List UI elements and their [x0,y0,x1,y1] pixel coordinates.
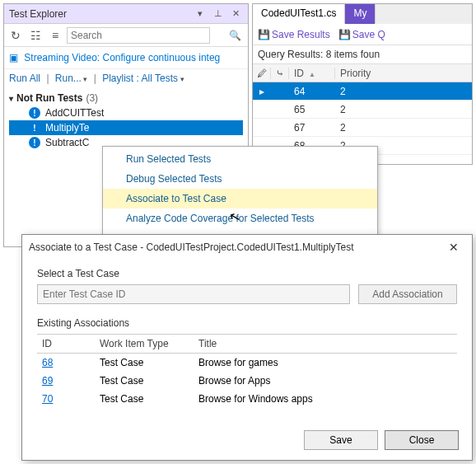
table-row[interactable]: 70 Test Case Browse for Windows apps [37,390,457,408]
run-toolbar: Run All | Run... | Playlist : All Tests [4,69,248,87]
pin-icon[interactable]: ⊥ [211,7,226,21]
group-label: Not Run Tests [16,92,82,104]
collapse-icon[interactable]: ▾ [9,94,13,103]
group-count: (3) [86,92,98,104]
save-button[interactable]: Save [304,430,378,450]
search-wrap: 🔍 [67,27,245,44]
test-item-selected[interactable]: ! MultiplyTe [9,120,243,135]
run-all-link[interactable]: Run All [9,73,40,84]
col-title-header[interactable]: Title [194,335,457,354]
group-icon[interactable]: ☷ [27,27,44,44]
info-icon: ! [29,107,40,119]
cell-id: 65 [289,104,335,115]
dialog-title: Associate to a Test Case - CodedUITestPr… [29,241,442,253]
cell-id: 64 [289,86,335,97]
save-query-button[interactable]: 💾Save Q [338,29,385,40]
dropdown-icon[interactable]: ▾ [193,7,208,21]
test-item[interactable]: ! AddCUITTest [9,105,243,120]
playlist-dropdown[interactable]: Playlist : All Tests [102,73,184,84]
info-link[interactable]: Streaming Video: Configure continuous in… [24,52,220,63]
close-button[interactable]: Close [385,430,459,450]
test-name: AddCUITTest [45,107,104,119]
col-type-header[interactable]: Work Item Type [95,335,194,354]
menu-associate-test-case[interactable]: Associate to Test Case [103,189,377,209]
query-status: Query Results: 8 items foun [253,45,472,64]
test-tree: ▾ Not Run Tests (3) ! AddCUITTest ! Mult… [4,87,248,153]
filter-icon[interactable]: ≡ [47,27,63,44]
assoc-title: Browse for Apps [194,372,457,390]
dialog-buttons: Save Close [304,430,459,450]
search-input[interactable] [67,27,210,44]
save-results-button[interactable]: 💾Save Results [258,29,330,40]
panel-title: Test Explorer [9,8,193,20]
query-results-panel: CodedUITest1.cs My 💾Save Results 💾Save Q… [252,3,473,165]
video-icon: ▣ [9,52,18,63]
info-bar[interactable]: ▣ Streaming Video: Configure continuous … [4,47,248,69]
tab-codeduitest[interactable]: CodedUITest1.cs [253,4,345,24]
assoc-type: Test Case [95,372,194,390]
assoc-type: Test Case [95,354,194,373]
tree-group-not-run[interactable]: ▾ Not Run Tests (3) [9,91,243,105]
assoc-id-link[interactable]: 68 [37,354,95,373]
test-explorer-titlebar: Test Explorer ▾ ⊥ ✕ [4,4,248,24]
query-grid-header: 🖉 ⤷ ID Priority [253,64,472,82]
cell-priority: 2 [335,122,472,134]
priority-column-header[interactable]: Priority [335,68,472,79]
info-icon: ! [29,137,40,148]
associations-table: ID Work Item Type Title 68 Test Case Bro… [37,334,457,408]
menu-analyze-coverage[interactable]: Analyze Code Coverage for Selected Tests [103,209,377,228]
existing-associations-label: Existing Associations [37,317,457,329]
table-row[interactable]: 68 Test Case Browse for games [37,354,457,373]
query-row[interactable]: 65 2 [253,101,472,119]
menu-run-selected[interactable]: Run Selected Tests [103,149,377,169]
close-icon[interactable]: ✕ [442,238,465,256]
dialog-titlebar: Associate to a Test Case - CodedUITestPr… [22,235,472,260]
attach-icon-col[interactable]: ⤷ [271,68,289,79]
row-indicator: ▸ [253,86,271,97]
tab-other[interactable]: My [345,4,376,24]
link-icon-col[interactable]: 🖉 [253,68,271,79]
run-dropdown[interactable]: Run... [55,73,88,84]
assoc-id-link[interactable]: 70 [37,390,95,408]
select-test-case-label: Select a Test Case [37,268,457,279]
search-icon[interactable]: 🔍 [229,30,241,41]
assoc-title: Browse for Windows apps [194,390,457,408]
cell-priority: 2 [335,104,472,115]
add-association-button[interactable]: Add Association [358,284,457,304]
assoc-title: Browse for games [194,354,457,373]
test-case-id-input[interactable] [37,284,350,304]
test-name: MultiplyTe [45,122,89,134]
table-header-row: ID Work Item Type Title [37,335,457,354]
table-row[interactable]: 69 Test Case Browse for Apps [37,372,457,390]
document-tabs: CodedUITest1.cs My [253,4,472,24]
id-column-header[interactable]: ID [289,68,335,79]
query-row[interactable]: ▸ 64 2 [253,82,472,101]
cell-id: 67 [289,122,335,134]
test-name: SubtractC [45,137,89,148]
info-icon: ! [29,122,40,134]
save-icon: 💾 [258,29,270,40]
query-toolbar: 💾Save Results 💾Save Q [253,24,472,45]
cell-priority: 2 [335,86,472,97]
col-id-header[interactable]: ID [37,335,95,354]
close-icon[interactable]: ✕ [228,7,243,21]
assoc-type: Test Case [95,390,194,408]
menu-debug-selected[interactable]: Debug Selected Tests [103,169,377,189]
test-explorer-toolbar: ↻ ☷ ≡ 🔍 [4,24,248,47]
assoc-id-link[interactable]: 69 [37,372,95,390]
associate-dialog: Associate to a Test Case - CodedUITestPr… [21,234,473,461]
save-icon: 💾 [338,29,351,40]
refresh-icon[interactable]: ↻ [7,27,24,44]
query-row[interactable]: 67 2 [253,119,472,137]
